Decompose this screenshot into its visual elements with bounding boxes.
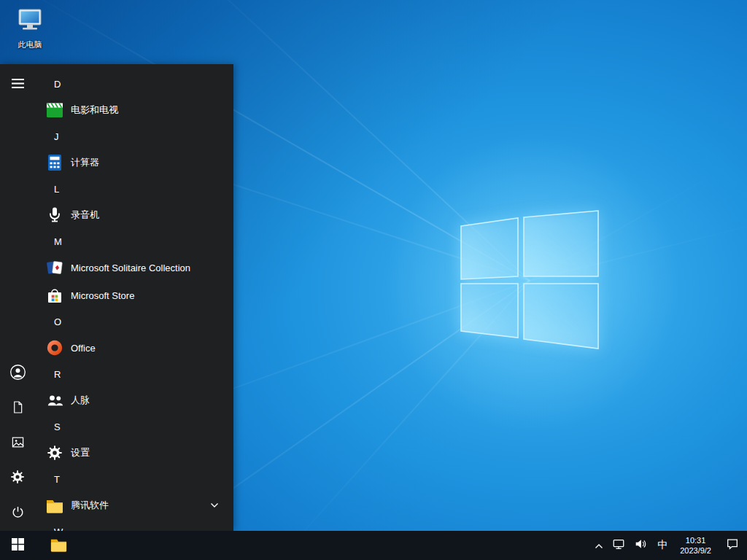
app-label: Microsoft Store bbox=[71, 290, 134, 301]
action-center-icon bbox=[726, 537, 739, 553]
section-letter-m[interactable]: M bbox=[35, 229, 233, 254]
documents-icon bbox=[11, 400, 25, 417]
start-menu-rail bbox=[0, 64, 35, 531]
app-item-people[interactable]: 人脉 bbox=[35, 386, 233, 414]
app-label: 腾讯软件 bbox=[71, 499, 109, 512]
section-letter-l[interactable]: L bbox=[35, 176, 233, 201]
ime-indicator[interactable]: 中 bbox=[651, 531, 673, 560]
desktop-icon-label: 此电脑 bbox=[9, 39, 51, 50]
app-label: 人脉 bbox=[71, 394, 90, 407]
app-item-office[interactable]: Office bbox=[35, 334, 233, 362]
this-pc-icon bbox=[15, 25, 44, 37]
documents-button[interactable] bbox=[0, 391, 35, 426]
section-letter-d[interactable]: D bbox=[35, 71, 233, 96]
taskbar-empty-area bbox=[74, 531, 590, 560]
expand-menu-button[interactable] bbox=[0, 67, 35, 102]
app-label: 电影和电视 bbox=[71, 104, 118, 117]
folder-icon bbox=[44, 496, 64, 516]
app-label: 录音机 bbox=[71, 209, 99, 222]
voice-recorder-icon bbox=[44, 206, 64, 225]
user-avatar-icon bbox=[9, 364, 26, 384]
start-menu-app-list: D 电影和电视 J bbox=[35, 64, 233, 531]
show-hidden-icons-button[interactable] bbox=[590, 531, 608, 560]
file-explorer-icon bbox=[50, 535, 68, 556]
app-label: Office bbox=[71, 343, 96, 354]
start-button[interactable] bbox=[0, 531, 35, 560]
user-account-button[interactable] bbox=[0, 356, 35, 391]
section-letter-s[interactable]: S bbox=[35, 414, 233, 439]
pictures-icon bbox=[11, 435, 25, 452]
settings-gear-icon bbox=[10, 470, 25, 487]
section-letter-t[interactable]: T bbox=[35, 467, 233, 491]
app-label: Microsoft Solitaire Collection bbox=[71, 262, 190, 273]
taskbar: 中 10:31 2023/9/2 bbox=[0, 531, 747, 560]
power-button[interactable] bbox=[0, 496, 35, 531]
app-label: 计算器 bbox=[71, 156, 99, 169]
power-icon bbox=[11, 505, 25, 522]
windows-start-icon bbox=[12, 538, 24, 553]
pictures-button[interactable] bbox=[0, 426, 35, 461]
windows-logo bbox=[460, 210, 600, 353]
network-button[interactable] bbox=[608, 531, 630, 560]
hamburger-icon bbox=[12, 78, 24, 91]
file-explorer-button[interactable] bbox=[42, 531, 74, 560]
chevron-down-icon bbox=[210, 502, 219, 508]
app-item-microsoft-store[interactable]: Microsoft Store bbox=[35, 281, 233, 309]
settings-gear-icon bbox=[44, 443, 64, 463]
solitaire-icon bbox=[44, 258, 64, 278]
app-item-movies-tv[interactable]: 电影和电视 bbox=[35, 96, 233, 124]
app-label: 设置 bbox=[71, 446, 90, 459]
app-item-voice-recorder[interactable]: 录音机 bbox=[35, 201, 233, 229]
clock-date: 2023/9/2 bbox=[680, 545, 711, 556]
chevron-up-icon bbox=[595, 539, 603, 552]
screen: 此电脑 bbox=[0, 0, 747, 560]
section-letter-w[interactable]: W bbox=[35, 519, 233, 531]
app-item-settings[interactable]: 设置 bbox=[35, 439, 233, 467]
settings-button[interactable] bbox=[0, 461, 35, 496]
app-item-calculator[interactable]: 计算器 bbox=[35, 149, 233, 176]
network-icon bbox=[612, 537, 625, 553]
calculator-icon bbox=[44, 153, 64, 173]
system-tray: 中 10:31 2023/9/2 bbox=[590, 531, 747, 560]
section-letter-j[interactable]: J bbox=[35, 124, 233, 149]
volume-button[interactable] bbox=[630, 531, 651, 560]
clock-time: 10:31 bbox=[686, 535, 706, 545]
people-icon bbox=[44, 391, 64, 411]
app-item-tencent-folder[interactable]: 腾讯软件 bbox=[35, 491, 233, 519]
store-icon bbox=[44, 286, 64, 306]
movies-tv-icon bbox=[44, 101, 64, 120]
app-item-solitaire[interactable]: Microsoft Solitaire Collection bbox=[35, 254, 233, 281]
office-icon bbox=[44, 338, 64, 358]
start-menu: D 电影和电视 J bbox=[0, 64, 233, 531]
volume-icon bbox=[634, 537, 647, 553]
section-letter-r[interactable]: R bbox=[35, 362, 233, 386]
action-center-button[interactable] bbox=[718, 531, 747, 560]
desktop-icon-this-pc[interactable]: 此电脑 bbox=[9, 6, 51, 50]
section-letter-o[interactable]: O bbox=[35, 309, 233, 334]
clock[interactable]: 10:31 2023/9/2 bbox=[673, 531, 718, 560]
